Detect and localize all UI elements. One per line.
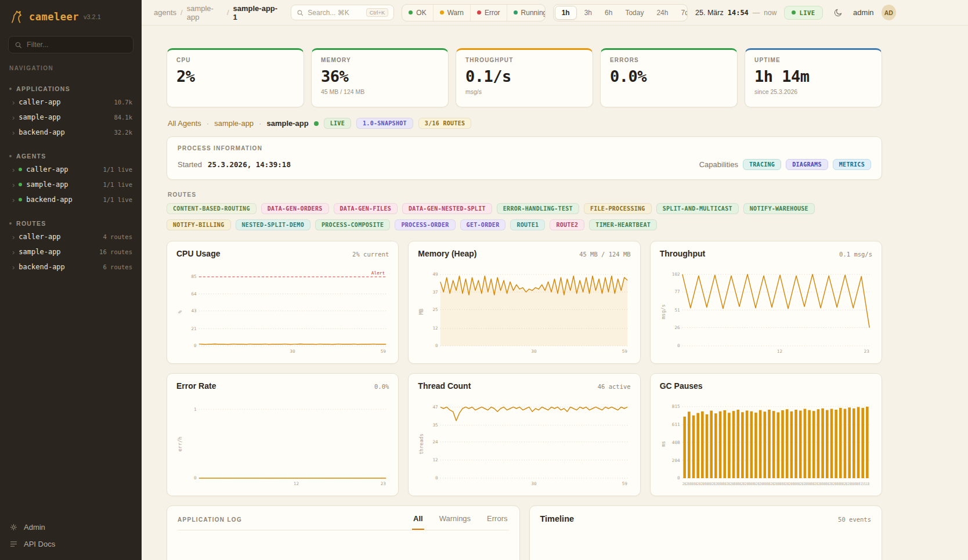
svg-text:1: 1 bbox=[194, 407, 197, 412]
log-tab-all[interactable]: All bbox=[412, 514, 424, 530]
svg-text:21: 21 bbox=[191, 326, 197, 331]
sidebar-item-caller-app[interactable]: ›caller-app10.7k bbox=[0, 95, 142, 110]
sidebar-item-caller-app[interactable]: ›caller-app1/1 live bbox=[0, 162, 142, 177]
navigation-label: NAVIGATION bbox=[0, 65, 142, 71]
sidebar-item-admin[interactable]: Admin bbox=[9, 523, 132, 532]
app-name: cameleer bbox=[29, 11, 79, 23]
chart-plot: 0122537493059 bbox=[424, 262, 630, 355]
time-window-display: 25. März 14:54 — now bbox=[695, 9, 776, 17]
status-filter-label: Error bbox=[485, 9, 500, 17]
route-tag-nested-split-demo[interactable]: NESTED-SPLIT-DEMO bbox=[236, 219, 310, 230]
chart-header: GC Pauses bbox=[660, 381, 872, 391]
svg-text:0: 0 bbox=[677, 344, 680, 349]
stat-value: 2% bbox=[176, 67, 294, 85]
breadcrumb-agents[interactable]: agents bbox=[154, 8, 176, 17]
process-info-title: PROCESS INFORMATION bbox=[178, 145, 871, 151]
sidebar-item-sample-app[interactable]: ›sample-app16 routes bbox=[0, 244, 142, 259]
route-tag-process-order[interactable]: PROCESS-ORDER bbox=[395, 219, 455, 230]
route-tag-notify-billing[interactable]: NOTIFY-BILLING bbox=[167, 219, 231, 230]
section-bullet-icon bbox=[9, 222, 12, 225]
search-input[interactable] bbox=[308, 9, 362, 17]
sidebar-item-api-docs[interactable]: API Docs bbox=[9, 540, 132, 548]
svg-text:12: 12 bbox=[776, 349, 782, 354]
sidebar-item-backend-app[interactable]: ›backend-app6 routes bbox=[0, 259, 142, 274]
app-logo[interactable]: cameleer v3.2.1 bbox=[0, 0, 142, 31]
sidebar-item-caller-app[interactable]: ›caller-app4 routes bbox=[0, 229, 142, 244]
stat-sub: msg/s bbox=[465, 88, 583, 95]
breadcrumb-sample-app[interactable]: sample-app bbox=[187, 4, 223, 21]
route-tag-route2[interactable]: ROUTE2 bbox=[550, 219, 584, 230]
svg-text:408: 408 bbox=[671, 440, 680, 445]
moon-icon bbox=[833, 8, 843, 17]
status-dot-icon bbox=[477, 10, 481, 15]
live-status-badge: LIVE bbox=[784, 6, 822, 20]
stat-label: MEMORY bbox=[321, 57, 439, 63]
route-tag-get-order[interactable]: GET-ORDER bbox=[460, 219, 506, 230]
time-range-1h[interactable]: 1h bbox=[555, 6, 577, 20]
route-tag-data-gen-nested-split[interactable]: DATA-GEN-NESTED-SPLIT bbox=[402, 203, 492, 214]
sidebar-item-sample-app[interactable]: ›sample-app1/1 live bbox=[0, 177, 142, 192]
agent-live-dot-icon bbox=[314, 121, 319, 126]
svg-text:0: 0 bbox=[194, 344, 197, 349]
time-range-7d[interactable]: 7d bbox=[674, 5, 688, 20]
stat-sub: 45 MB / 124 MB bbox=[321, 88, 439, 95]
sidebar-item-backend-app[interactable]: ›backend-app1/1 live bbox=[0, 192, 142, 207]
route-tag-timer-heartbeat[interactable]: TIMER-HEARTBEAT bbox=[589, 219, 657, 230]
sidebar-section-header-applications[interactable]: APPLICATIONS bbox=[0, 83, 142, 95]
sidebar-filter[interactable] bbox=[8, 36, 133, 53]
chart-title: Error Rate bbox=[176, 381, 216, 391]
route-tag-split-and-multicast[interactable]: SPLIT-AND-MULTICAST bbox=[656, 203, 739, 214]
stat-sub: since 25.3.2026 bbox=[754, 88, 872, 95]
time-range-group: 1h3h6hToday24h7d bbox=[553, 4, 688, 21]
chart-card-cpu-usage: CPU Usage2% current%0214364853059Alert bbox=[167, 241, 399, 364]
status-filter-warn[interactable]: Warn bbox=[433, 5, 470, 21]
dark-mode-toggle[interactable] bbox=[830, 5, 846, 21]
route-tag-error-handling-test[interactable]: ERROR-HANDLING-TEST bbox=[497, 203, 579, 214]
sidebar-item-badge: 1/1 live bbox=[103, 181, 132, 188]
svg-text:12: 12 bbox=[433, 326, 438, 331]
log-tab-warnings[interactable]: Warnings bbox=[438, 514, 472, 530]
svg-text:64: 64 bbox=[191, 291, 197, 297]
chevron-right-icon: › bbox=[12, 196, 15, 204]
chart-plot: 02651771021223 bbox=[666, 262, 872, 355]
chart-title: Memory (Heap) bbox=[418, 249, 476, 258]
time-range-24h[interactable]: 24h bbox=[650, 5, 674, 20]
application-log-card: APPLICATION LOG AllWarningsErrors bbox=[167, 505, 520, 560]
sidebar-item-label: sample-app bbox=[26, 180, 68, 189]
avatar[interactable]: AD bbox=[882, 5, 896, 20]
sidebar-item-sample-app[interactable]: ›sample-app84.1k bbox=[0, 110, 142, 125]
status-filter-running[interactable]: Running bbox=[507, 5, 546, 21]
svg-text:0: 0 bbox=[677, 476, 680, 481]
svg-text:30: 30 bbox=[532, 481, 537, 486]
filter-input[interactable] bbox=[27, 41, 127, 49]
process-information-card: PROCESS INFORMATION Started 25.3.2026, 1… bbox=[167, 136, 882, 180]
status-filter-label: OK bbox=[416, 9, 426, 17]
sidebar-item-backend-app[interactable]: ›backend-app32.2k bbox=[0, 125, 142, 140]
timeline-events-count: 50 events bbox=[838, 516, 871, 523]
route-tag-data-gen-files[interactable]: DATA-GEN-FILES bbox=[334, 203, 398, 214]
route-tag-notify-warehouse[interactable]: NOTIFY-WAREHOUSE bbox=[743, 203, 815, 214]
route-tag-content-based-routing[interactable]: CONTENT-BASED-ROUTING bbox=[167, 203, 257, 214]
sidebar-item-badge: 16 routes bbox=[99, 248, 132, 255]
stat-card-memory: MEMORY36%45 MB / 124 MB bbox=[311, 48, 449, 107]
time-range-today[interactable]: Today bbox=[619, 5, 650, 20]
log-tab-errors[interactable]: Errors bbox=[486, 514, 508, 530]
status-filter-error[interactable]: Error bbox=[470, 5, 507, 21]
time-range-3h[interactable]: 3h bbox=[578, 5, 598, 20]
route-tag-process-composite[interactable]: PROCESS-COMPOSITE bbox=[315, 219, 390, 230]
sidebar-section-header-routes[interactable]: ROUTES bbox=[0, 218, 142, 229]
global-search[interactable]: Ctrl+K bbox=[291, 5, 394, 20]
chart-current-value: 0.1 msg/s bbox=[839, 251, 872, 258]
route-tag-data-gen-orders[interactable]: DATA-GEN-ORDERS bbox=[261, 203, 329, 214]
route-tag-route1[interactable]: ROUTE1 bbox=[510, 219, 545, 230]
sidebar-section-header-agents[interactable]: AGENTS bbox=[0, 150, 142, 162]
time-range-6h[interactable]: 6h bbox=[598, 5, 619, 20]
agent-bar-link-sample-app[interactable]: sample-app bbox=[214, 119, 254, 128]
search-shortcut-badge: Ctrl+K bbox=[366, 8, 389, 17]
status-filter-ok[interactable]: OK bbox=[402, 5, 432, 21]
route-tag-file-processing[interactable]: FILE-PROCESSING bbox=[584, 203, 652, 214]
agent-bar-separator: · bbox=[259, 119, 261, 128]
agent-bar-link-all-agents[interactable]: All Agents bbox=[168, 119, 201, 128]
stat-card-throughput: THROUGHPUT0.1/smsg/s bbox=[456, 48, 593, 107]
now-label: now bbox=[764, 9, 776, 17]
